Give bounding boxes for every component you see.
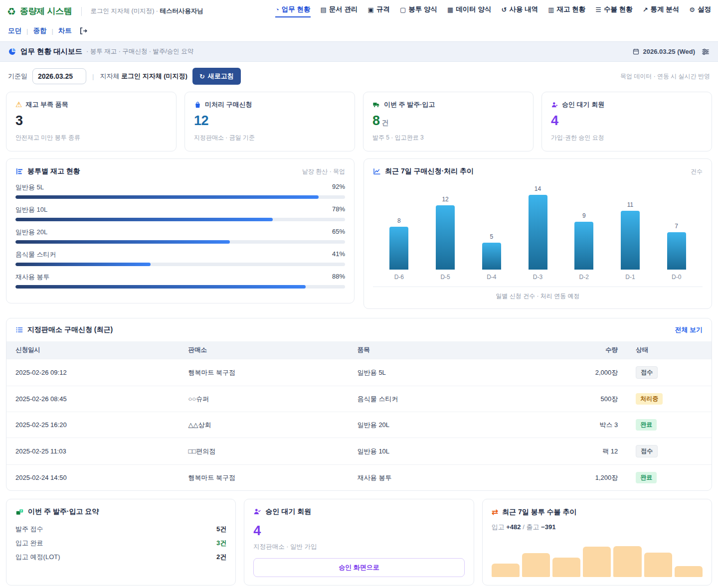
cell-datetime: 2025-02-25 11:03 [6,438,179,465]
refresh-label: 새로고침 [208,72,234,81]
trend-panel-title: 최근 7일 구매신청·처리 추이 [385,167,474,176]
user-name: 테스터사용자님 [160,7,203,14]
top-bar: ♻ 종량제 시스템 로그인 지자체 (미지정) · 테스터사용자님 ◔업무 현황… [0,0,718,21]
table-row[interactable]: 2025-02-25 11:03 □□편의점 일반용 10L 팩 12 접수 [6,438,712,465]
trend-x-label: D-1 [625,274,635,281]
kpi-value: 4 [551,113,703,129]
subnav-item-modern[interactable]: 모던 [8,26,21,35]
status-badge: 처리중 [636,393,663,405]
subnav-item-combined[interactable]: 종합 [33,26,46,35]
summary-value: 5건 [216,525,226,534]
trend-bar-value: 12 [442,196,448,203]
nav-label: 데이터 양식 [456,5,491,14]
table-row[interactable]: 2025-02-26 09:12 행복마트 북구점 일반용 5L 2,000장 … [6,359,712,386]
recycle-icon: ♻ [7,6,16,16]
table-row[interactable]: 2025-02-24 14:50 행복마트 북구점 재사용 봉투 1,200장 … [6,465,712,491]
subnav-item-chart[interactable]: 차트 [58,26,72,35]
main-nav: ◔업무 현황 ▤문서 관리 ▣규격 ▢봉투 양식 ▦데이터 양식 ↺사용 내역 … [275,5,711,17]
approval-count: 4 [253,523,464,539]
mock-data-note: 목업 데이터 · 연동 시 실시간 반영 [620,72,710,81]
col-header-datetime: 신청일시 [6,341,179,359]
nav-item-inventory[interactable]: ▥재고 현황 [548,5,585,17]
trend-bar-group: 12D-5 [422,183,469,281]
cell-item: 재사용 봉투 [349,465,563,491]
date-display: 2026.03.25 (Wed) [632,48,695,55]
trend-panel: 최근 7일 구매신청·처리 추이 건수 8D-612D-55D-414D-39D… [363,158,712,309]
nav-item-statistics[interactable]: ↗통계 분석 [643,5,680,17]
nav-item-ledger[interactable]: ☰수불 현황 [595,5,632,17]
flow-summary: 입고 +482 / 출고 −391 [492,523,703,532]
table-title: 지정판매소 구매신청 (최근) [27,325,113,334]
trend-bar [621,211,640,270]
summary-label: 입고 완료 [15,539,43,548]
kpi-title: 미처리 구매신청 [205,100,252,109]
nav-item-bag-forms[interactable]: ▢봉투 양식 [400,5,437,17]
base-date-input[interactable] [32,68,86,84]
progress-track [15,263,345,266]
status-badge: 완료 [636,419,657,431]
trend-bar-value: 14 [535,185,541,192]
calendar-icon [632,48,640,55]
sliders-icon[interactable] [701,47,710,56]
status-badge: 완료 [636,472,657,483]
refresh-button[interactable]: ↻ 새로고침 [192,68,241,85]
summary-row: 입고 완료3건 [15,536,226,550]
kpi-unit: 건 [382,119,389,127]
cell-item: 일반용 10L [349,438,563,465]
approval-card: 승인 대기 회원 4 지정판매소 · 일반 가입 승인 화면으로 [244,499,474,586]
trend-bar-value: 5 [490,233,493,240]
kpi-desc: 발주 5 · 입고완료 3 [372,134,524,142]
line-chart-icon [373,167,381,175]
outbound-value: −391 [541,523,555,531]
stock-pct: 65% [332,228,345,237]
trend-bar-group: 7D-0 [653,183,700,281]
pie-chart-icon [8,47,16,56]
nav-item-data-forms[interactable]: ▦데이터 양식 [447,5,492,17]
kpi-card-pending-purchase: 미처리 구매신청 12 지정판매소 · 금일 기준 [184,92,355,151]
kpi-title: 승인 대기 회원 [562,100,604,109]
stock-panel: 봉투별 재고 현황 낱장 환산 · 목업 일반용 5L92% 일반용 10L78… [6,158,355,303]
nav-label: 수불 현황 [604,5,633,14]
list-icon: ☰ [595,6,601,13]
truck-icon [372,101,380,109]
separator: | [92,73,94,80]
cell-datetime: 2025-02-26 08:45 [6,386,179,412]
summary-value: 3건 [216,539,226,548]
nav-item-docs[interactable]: ▤문서 관리 [321,5,358,17]
stock-label: 음식물 스티커 [15,250,56,259]
org-label: 지자체 [100,72,119,80]
kpi-card-pending-members: 승인 대기 회원 4 가입·권한 승인 요청 [541,92,712,151]
dashboard-title-bar: 업무 현황 대시보드 · 봉투 재고 · 구매신청 · 발주/승인 요약 202… [0,41,718,62]
stock-pct: 92% [332,183,345,192]
trend-bar-value: 9 [582,212,586,219]
stock-label: 일반용 20L [15,228,47,237]
nav-item-specs[interactable]: ▣규격 [368,5,390,17]
trend-bar-value: 11 [627,201,633,208]
nav-item-settings[interactable]: ⚙설정 [689,5,711,17]
kpi-desc: 지정판매소 · 금일 기준 [194,134,346,142]
trend-x-label: D-5 [440,274,450,281]
stock-row: 일반용 20L65% [15,228,345,244]
nav-item-usage-history[interactable]: ↺사용 내역 [502,5,538,17]
go-to-approval-button[interactable]: 승인 화면으로 [253,558,464,577]
cell-store: △△상회 [179,412,348,438]
org-value: 로그인 지자체 (미지정) [121,72,187,80]
trend-caption: 일별 신청 건수 · 처리 연동 예정 [373,287,703,300]
table-row[interactable]: 2025-02-25 16:20 △△상회 일반용 20L 박스 3 완료 [6,412,712,438]
kpi-title: 이번 주 발주·입고 [384,100,435,109]
trend-bar [482,243,501,270]
nav-item-work-status[interactable]: ◔업무 현황 [275,5,311,17]
cell-item: 일반용 5L [349,359,563,386]
trend-bar-group: 14D-3 [515,183,561,281]
user-check-icon [253,508,261,516]
boxes-icon: ▥ [548,6,554,13]
user-plus-icon [551,101,558,109]
cell-qty: 2,000장 [563,359,627,386]
logout-icon[interactable] [79,26,88,35]
warning-icon: ⚠ [15,100,22,109]
table-row[interactable]: 2025-02-26 08:45 ○○슈퍼 음식물 스티커 500장 처리중 [6,386,712,412]
stock-pct: 41% [332,250,345,259]
view-all-link[interactable]: 전체 보기 [675,325,703,334]
stock-panel-note: 낱장 환산 · 목업 [302,167,345,176]
trend-bar-group: 5D-4 [468,183,515,281]
